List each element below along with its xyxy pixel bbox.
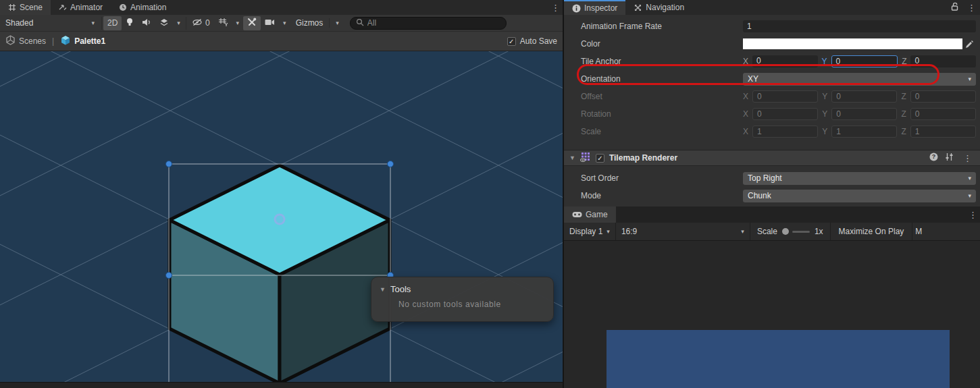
- tools-overlay-message: No custom tools available: [398, 300, 545, 309]
- tilemap-renderer-header[interactable]: ▼ Tilemap Renderer: [564, 150, 980, 166]
- selection-handle: [166, 161, 172, 167]
- inspector-row-color: Color: [564, 35, 980, 53]
- component-enabled-checkbox[interactable]: [596, 154, 604, 163]
- inspector-row-mode: Mode Chunk ▾: [564, 187, 980, 204]
- aspect-value: 16:9: [621, 227, 637, 236]
- foldout-triangle-icon[interactable]: ▼: [569, 155, 575, 161]
- tab-label: Animator: [70, 3, 103, 12]
- scene-search-box[interactable]: [350, 17, 507, 30]
- speaker-icon: [142, 18, 151, 28]
- auto-save-checkbox[interactable]: [507, 37, 516, 46]
- navigation-icon: [634, 3, 642, 12]
- game-tabbar: Game ⋮: [564, 206, 980, 223]
- grid-snap-dropdown[interactable]: ▾: [232, 16, 244, 30]
- tab-scene[interactable]: Scene: [0, 0, 51, 15]
- field-label: Color: [581, 39, 743, 49]
- scene-lighting-button[interactable]: [122, 16, 138, 30]
- inspector-row-rotation: Rotation X 0 Y 0 Z 0: [564, 105, 980, 123]
- tile-anchor-z-field[interactable]: 0: [910, 55, 976, 67]
- tab-inspector[interactable]: Inspector: [564, 0, 625, 15]
- tab-label: Inspector: [584, 3, 617, 13]
- field-label: Orientation: [581, 74, 743, 84]
- eye-slash-icon: [192, 18, 203, 28]
- scene-tools-button[interactable]: [243, 16, 261, 30]
- scene-toolbar: Shaded ▾ 2D: [0, 15, 563, 32]
- maximize-label: Maximize On Play: [839, 227, 904, 236]
- breadcrumb-separator: |: [52, 36, 54, 46]
- palette-cube-icon: [60, 35, 71, 48]
- rotation-x-field: 0: [752, 108, 818, 120]
- rotation-z-field: 0: [910, 108, 976, 120]
- scene-effects-dropdown[interactable]: ▾: [173, 16, 184, 30]
- search-input[interactable]: [367, 18, 475, 28]
- scene-more-options-button[interactable]: ⋮: [548, 3, 563, 12]
- field-label: Tile Anchor: [581, 57, 743, 66]
- tab-game[interactable]: Game: [564, 206, 616, 223]
- mute-audio-button-partial[interactable]: M: [912, 227, 925, 236]
- inspector-row-orientation: Orientation XY ▾: [564, 70, 980, 88]
- display-dropdown[interactable]: Display 1 ▾: [564, 223, 615, 240]
- foldout-triangle-icon[interactable]: ▼: [380, 286, 386, 293]
- scene-audio-button[interactable]: [138, 16, 155, 30]
- scene-viewport-canvas[interactable]: [0, 51, 563, 382]
- sort-order-dropdown[interactable]: Top Right ▾: [743, 172, 976, 185]
- tile-anchor-y-field[interactable]: 0: [831, 55, 898, 67]
- pivot-indicator[interactable]: [275, 215, 284, 224]
- inspector-more-options-button[interactable]: ⋮: [964, 3, 979, 12]
- component-more-options-button[interactable]: ⋮: [960, 154, 975, 163]
- scene-camera-dropdown[interactable]: ▾: [279, 16, 290, 30]
- breadcrumb-current-palette[interactable]: Palette1: [74, 36, 105, 46]
- tab-navigation[interactable]: Navigation: [625, 0, 692, 15]
- axis-x-label: X: [743, 92, 748, 101]
- inspector-row-tile-anchor: Tile Anchor X 0 Y 0 Z 0: [564, 53, 980, 70]
- offset-z-field: 0: [910, 90, 976, 103]
- auto-save-label: Auto Save: [520, 36, 557, 46]
- grid-snap-button[interactable]: [214, 16, 232, 30]
- scale-label: Scale: [757, 227, 777, 236]
- chevron-down-icon: ▾: [741, 229, 744, 235]
- offset-vector3: X 0 Y 0 Z 0: [743, 90, 976, 103]
- game-more-options-button[interactable]: ⋮: [966, 211, 980, 219]
- scale-slider-knob[interactable]: [782, 228, 789, 235]
- maximize-on-play-button[interactable]: Maximize On Play: [830, 223, 913, 240]
- tools-overlay-panel: ▼ Tools No custom tools available: [371, 277, 554, 322]
- scene-pane: Scene Animator Animation ⋮ Shaded ▾: [0, 0, 563, 388]
- help-icon[interactable]: ?: [929, 153, 938, 163]
- toolbar-separator: [101, 17, 102, 30]
- game-toolbar: Display 1 ▾ 16:9 ▾ Scale 1x Maximize On …: [564, 223, 980, 241]
- info-icon: [572, 4, 581, 13]
- color-swatch[interactable]: [743, 38, 962, 49]
- scene-camera-button[interactable]: [261, 16, 279, 30]
- tab-animator[interactable]: Animator: [51, 0, 111, 15]
- eyedropper-icon[interactable]: [962, 40, 976, 49]
- presets-icon[interactable]: [945, 153, 954, 163]
- game-pane: Game ⋮ Display 1 ▾ 16:9 ▾ Scale: [564, 206, 980, 388]
- hidden-objects-count: 0: [205, 18, 210, 28]
- tabbar-spacer: [174, 0, 548, 15]
- inspector-row-frame-rate: Animation Frame Rate 1: [564, 18, 980, 35]
- tile-anchor-x-field[interactable]: 0: [752, 55, 818, 67]
- scene-visibility-button[interactable]: 0: [188, 16, 214, 30]
- scene-pane-tabbar: Scene Animator Animation ⋮: [0, 0, 563, 15]
- lock-icon[interactable]: [951, 2, 959, 13]
- camera-icon: [265, 18, 275, 28]
- orientation-dropdown[interactable]: XY ▾: [743, 73, 976, 86]
- 2d-toggle-button[interactable]: 2D: [103, 16, 122, 30]
- inspector-tabbar: Inspector Navigation ⋮: [564, 0, 980, 15]
- scene-effects-button[interactable]: [155, 16, 173, 30]
- aspect-ratio-dropdown[interactable]: 16:9 ▾: [615, 223, 750, 240]
- gizmos-dropdown[interactable]: Gizmos ▾: [290, 16, 344, 30]
- frame-rate-field[interactable]: 1: [743, 20, 976, 32]
- rotation-vector3: X 0 Y 0 Z 0: [743, 108, 976, 120]
- axis-x-label: X: [743, 109, 748, 119]
- breadcrumb-root[interactable]: Scenes: [19, 36, 46, 46]
- tab-label: Scene: [20, 3, 43, 12]
- tab-animation[interactable]: Animation: [111, 0, 174, 15]
- mode-value: Chunk: [748, 191, 771, 200]
- mode-dropdown[interactable]: Chunk ▾: [743, 190, 976, 202]
- game-scale-control: Scale 1x: [750, 227, 830, 236]
- scale-slider-track[interactable]: [792, 231, 810, 233]
- shading-mode-dropdown[interactable]: Shaded ▾: [0, 16, 100, 30]
- shading-mode-label: Shaded: [5, 18, 33, 28]
- axis-z-label: Z: [901, 92, 906, 101]
